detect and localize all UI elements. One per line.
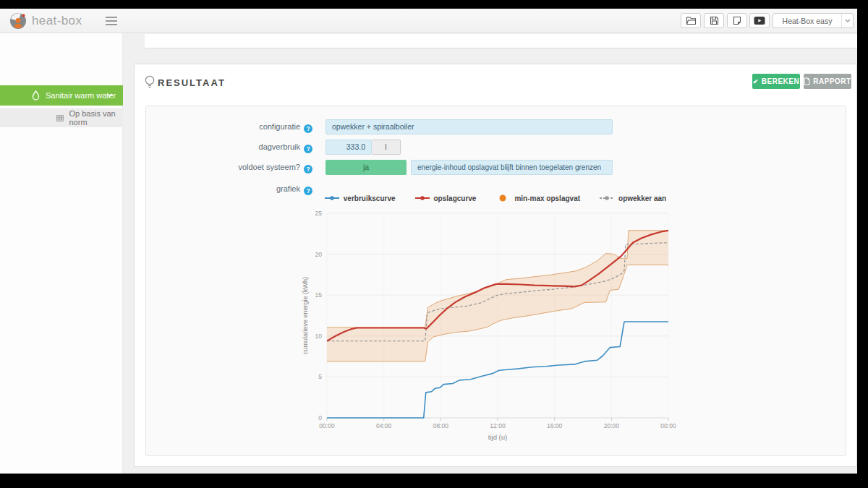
legend-label: verbruikscurve	[344, 194, 396, 202]
help-icon[interactable]: ?	[304, 145, 312, 153]
dot-marker-icon	[495, 194, 511, 202]
letterbox-top	[0, 0, 868, 9]
help-icon[interactable]: ?	[304, 165, 312, 174]
configuratie-label: configuratie?	[146, 119, 312, 134]
svg-text:tijd (u): tijd (u)	[488, 433, 507, 441]
rapport-button[interactable]: RAPPORT	[804, 74, 851, 89]
sidebar-item-label: Sanitair warm water	[46, 91, 116, 100]
note-button[interactable]	[727, 13, 747, 28]
svg-text:08:00: 08:00	[433, 422, 449, 429]
svg-text:12:00: 12:00	[490, 422, 506, 429]
voldoet-systeem-label: voldoet systeem??	[146, 160, 312, 175]
line-dot-marker-icon	[324, 194, 340, 202]
legend-item: min-max opslagvat	[495, 194, 580, 202]
svg-text:00:00: 00:00	[319, 422, 335, 429]
video-help-button[interactable]	[749, 13, 770, 28]
chevron-down-icon	[106, 93, 113, 98]
menu-icon[interactable]	[106, 17, 117, 25]
save-project-button[interactable]	[704, 13, 724, 28]
sidebar: Sanitair warm water Op basis van norm	[0, 33, 123, 474]
legend-item: opslagcurve	[414, 194, 477, 202]
report-icon	[804, 77, 810, 85]
line-dot-marker-icon	[414, 194, 430, 202]
page-title: RESULTAAT	[158, 75, 226, 91]
svg-text:10: 10	[315, 333, 323, 340]
check-icon: ✔	[753, 78, 759, 85]
dash-dot-marker-icon	[599, 194, 615, 202]
sidebar-item-sanitair-warm-water[interactable]: Sanitair warm water	[0, 85, 123, 106]
legend-label: min-max opslagvat	[514, 194, 580, 202]
bereken-button[interactable]: ✔ BEREKEN	[752, 74, 800, 89]
legend-label: opslagcurve	[434, 194, 477, 202]
dagverbruik-unit: l	[372, 140, 401, 155]
voldoet-message: energie-inhoud opslagvat blijft binnen t…	[411, 160, 613, 175]
svg-text:04:00: 04:00	[376, 422, 392, 429]
legend-item: verbruikscurve	[324, 194, 396, 202]
content-area: RESULTAAT ✔ BEREKEN RAPPORT configuratie…	[123, 33, 857, 474]
svg-text:0: 0	[318, 414, 322, 421]
folder-open-icon	[686, 16, 697, 25]
help-icon[interactable]: ?	[304, 124, 312, 133]
legend-label: opwekker aan	[618, 194, 666, 202]
note-icon	[733, 16, 741, 25]
svg-text:00:00: 00:00	[660, 422, 676, 429]
configuratie-field[interactable]: opwekker + spiraalboiler	[326, 119, 613, 134]
svg-text:15: 15	[315, 291, 323, 299]
dagverbruik-label: dagverbruik?	[146, 140, 312, 155]
app-name: heat-box	[32, 9, 82, 33]
svg-text:16:00: 16:00	[547, 422, 563, 429]
chart-legend: verbruikscurveopslagcurvemin-max opslagv…	[298, 193, 692, 203]
table-icon	[56, 114, 64, 122]
previous-panel-edge	[145, 34, 857, 48]
app-header: heat-box Heat-Box easy	[0, 9, 857, 33]
grafiek-label: grafiek?	[146, 181, 312, 197]
chevron-down-icon	[841, 14, 853, 27]
legend-item: opwekker aan	[599, 194, 666, 202]
dagverbruik-field[interactable]: 333.0	[326, 140, 372, 155]
sidebar-item-label: Op basis van norm	[69, 109, 123, 127]
voldoet-status-badge: ja	[326, 160, 407, 175]
letterbox-bottom	[0, 474, 868, 488]
product-select[interactable]: Heat-Box easy	[773, 13, 854, 28]
open-project-button[interactable]	[681, 13, 701, 28]
result-panel: RESULTAAT ✔ BEREKEN RAPPORT configuratie…	[134, 64, 857, 467]
save-icon	[710, 16, 719, 25]
svg-text:20:00: 20:00	[604, 422, 620, 429]
youtube-icon	[754, 16, 765, 25]
droplet-icon	[32, 90, 40, 100]
heatbox-logo-icon	[9, 12, 27, 30]
letterbox-right	[857, 0, 868, 488]
result-chart: 051015202500:0004:0008:0012:0016:0020:00…	[298, 207, 692, 450]
result-body: configuratie? opwekker + spiraalboiler d…	[145, 106, 846, 456]
svg-text:20: 20	[315, 251, 323, 258]
product-select-value: Heat-Box easy	[773, 17, 841, 25]
svg-text:25: 25	[315, 210, 323, 217]
sidebar-item-op-basis-van-norm[interactable]: Op basis van norm	[0, 108, 123, 127]
lightbulb-icon	[144, 74, 156, 90]
svg-text:5: 5	[318, 373, 322, 380]
svg-text:cumulatieve energie (kWh): cumulatieve energie (kWh)	[302, 277, 309, 354]
chart-wrap: 051015202500:0004:0008:0012:0016:0020:00…	[298, 207, 692, 450]
